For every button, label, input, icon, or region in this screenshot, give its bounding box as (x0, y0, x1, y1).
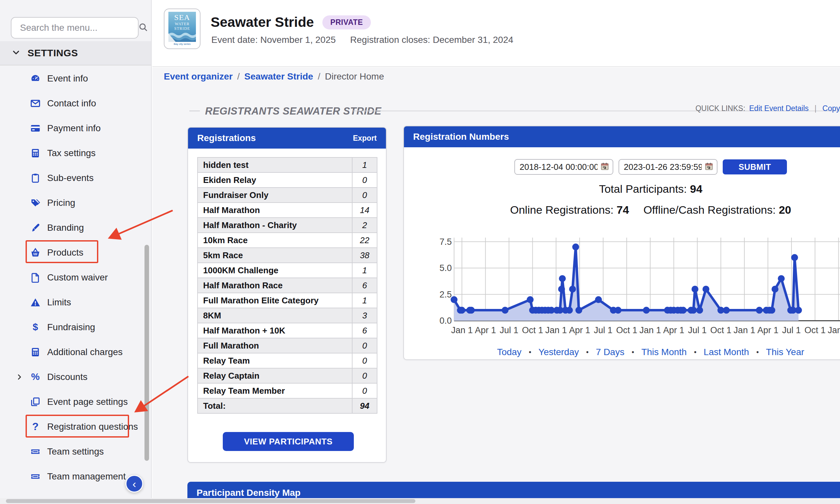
dollar-icon: $ (30, 322, 41, 332)
range-link-last-month[interactable]: Last Month (704, 347, 749, 357)
breadcrumb-separator: / (318, 71, 321, 82)
participant-density-map-title: Participant Density Map (196, 488, 301, 498)
svg-text:Jan 1: Jan 1 (545, 325, 567, 335)
quick-link-copy[interactable]: Copy (822, 104, 840, 113)
sidebar-menu: Event infoContact infoPayment infoTax se… (0, 66, 151, 489)
table-row[interactable]: 1000KM Challenge1 (198, 263, 377, 278)
registration-numbers-card: Registration Numbers SUBMIT Total Partic… (403, 126, 840, 360)
table-row[interactable]: 8KM3 (198, 308, 377, 323)
basket-icon (30, 248, 41, 258)
breadcrumb-separator: / (237, 71, 240, 82)
settings-section-header[interactable]: SETTINGS (0, 41, 151, 66)
sidebar-item-payment-info[interactable]: Payment info (0, 116, 151, 141)
envelope-icon (30, 98, 41, 109)
sidebar-item-products[interactable]: Products (0, 240, 151, 265)
row-label: Full Marathon (198, 338, 352, 353)
row-value: 22 (352, 233, 377, 248)
sidebar-item-label: Payment info (47, 123, 101, 133)
date-range-links: Today•Yesterday•7 Days•This Month•Last M… (404, 347, 840, 357)
table-row[interactable]: Fundraiser Only0 (198, 187, 377, 202)
sidebar-item-additional-charges[interactable]: Additional charges (0, 340, 151, 364)
row-value: 0 (352, 173, 377, 187)
table-row[interactable]: Ekiden Relay0 (198, 173, 377, 187)
table-row[interactable]: Half Marathon + 10K6 (198, 323, 377, 338)
quick-link-edit-event-details[interactable]: Edit Event Details (749, 104, 809, 113)
page-title: Seawater Stride (211, 14, 314, 30)
table-row[interactable]: Relay Captain0 (198, 368, 377, 383)
row-label: Half Marathon - Charity (198, 218, 352, 233)
svg-text:Oct 1: Oct 1 (710, 325, 732, 335)
table-row[interactable]: Full Marathon0 (198, 338, 377, 353)
range-link-this-year[interactable]: This Year (766, 347, 804, 357)
row-label: Half Marathon (198, 202, 352, 218)
sidebar-item-pricing[interactable]: Pricing (0, 191, 151, 215)
table-row[interactable]: 5km Race38 (198, 248, 377, 263)
sidebar-collapse-button[interactable]: ‹ (125, 475, 143, 492)
logo-caption: Bay city series (174, 42, 191, 46)
export-button[interactable]: Export (353, 134, 377, 143)
range-link-yesterday[interactable]: Yesterday (538, 347, 579, 357)
svg-text:Apr 1: Apr 1 (475, 325, 496, 335)
sidebar-item-branding[interactable]: Branding (0, 215, 151, 240)
sidebar-item-event-page-settings[interactable]: Event page settings (0, 390, 151, 414)
sidebar-item-label: Branding (47, 222, 84, 233)
menu-search-box[interactable] (11, 17, 139, 39)
row-label: Full Marathon Elite Category (198, 293, 352, 308)
sidebar-item-discounts[interactable]: %Discounts (0, 364, 151, 390)
range-link-today[interactable]: Today (497, 347, 521, 357)
sidebar-item-custom-waiver[interactable]: Custom waiver (0, 265, 151, 290)
sidebar-item-fundraising[interactable]: $Fundraising (0, 315, 151, 340)
sidebar-item-label: Custom waiver (47, 272, 108, 283)
sidebar-scrollbar[interactable] (144, 245, 149, 461)
sidebar-item-tax-settings[interactable]: Tax settings (0, 141, 151, 166)
range-link-7-days[interactable]: 7 Days (596, 347, 624, 357)
event-logo-poster: SEA WATER STRIDE (168, 12, 196, 42)
horizontal-scrollbar-thumb[interactable] (6, 499, 415, 503)
table-row[interactable]: Half Marathon14 (198, 202, 377, 218)
svg-text:Jul 1: Jul 1 (782, 325, 801, 335)
sidebar-item-label: Sub-events (47, 173, 94, 183)
row-label: 8KM (198, 308, 352, 323)
search-input[interactable] (20, 22, 138, 33)
sidebar-item-event-info[interactable]: Event info (0, 66, 151, 91)
sidebar-item-label: Fundraising (47, 322, 95, 332)
table-row[interactable]: hidden test1 (198, 158, 377, 173)
horizontal-scrollbar[interactable] (0, 498, 840, 504)
registrations-card: Registrations Export hidden test1Ekiden … (187, 127, 387, 463)
sidebar-item-sub-events[interactable]: Sub-events (0, 166, 151, 191)
table-row[interactable]: Half Marathon - Charity2 (198, 218, 377, 233)
sidebar-item-contact-info[interactable]: Contact info (0, 91, 151, 116)
quick-links-label: QUICK LINKS: (696, 104, 745, 113)
breadcrumb-seawater-stride[interactable]: Seawater Stride (244, 71, 313, 82)
sidebar-item-label: Pricing (47, 198, 75, 208)
svg-text:Apr 1: Apr 1 (663, 325, 684, 335)
table-row[interactable]: Full Marathon Elite Category1 (198, 293, 377, 308)
table-row[interactable]: 10km Race22 (198, 233, 377, 248)
svg-text:Jul 1: Jul 1 (688, 325, 707, 335)
svg-text:Jan 1: Jan 1 (451, 325, 473, 335)
registrations-table: hidden test1Ekiden Relay0Fundraiser Only… (197, 157, 377, 414)
row-label: Relay Team (198, 353, 352, 368)
table-row[interactable]: Relay Team0 (198, 353, 377, 368)
sidebar-item-label: Additional charges (47, 347, 122, 357)
view-participants-button[interactable]: VIEW PARTICIPANTS (223, 432, 354, 451)
warning-icon (30, 297, 41, 308)
chevron-right-icon[interactable] (16, 374, 23, 381)
table-row[interactable]: Relay Team Member0 (198, 383, 377, 398)
breadcrumb-event-organizer[interactable]: Event organizer (164, 71, 233, 82)
row-label: 1000KM Challenge (198, 263, 352, 278)
sidebar-item-limits[interactable]: Limits (0, 290, 151, 315)
event-header (152, 0, 840, 67)
sidebar-item-label: Tax settings (47, 148, 96, 158)
table-row[interactable]: Half Marathon Race6 (198, 278, 377, 293)
table-total-row: Total:94 (198, 398, 377, 413)
row-value: 2 (352, 218, 377, 233)
range-link-this-month[interactable]: This Month (641, 347, 687, 357)
row-value: 1 (352, 293, 377, 308)
svg-text:Jan 1: Jan 1 (734, 325, 755, 335)
sidebar-item-team-settings[interactable]: Team settings (0, 439, 151, 464)
sidebar-item-registration-questions[interactable]: ?Registration questions (0, 414, 151, 439)
range-link-separator: • (529, 348, 531, 356)
range-link-separator: • (756, 348, 759, 356)
range-link-separator: • (586, 348, 589, 356)
